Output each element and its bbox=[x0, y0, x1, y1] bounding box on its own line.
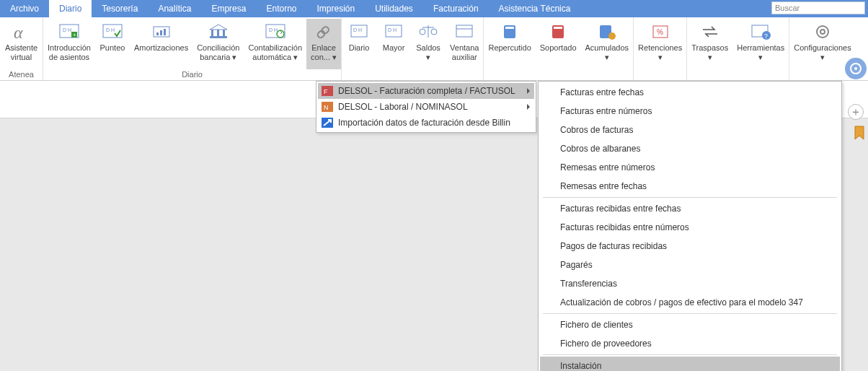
submenu-item-label: Facturas recibidas entre fechas bbox=[560, 204, 681, 214]
submenu-item[interactable]: Facturas entre fechas bbox=[540, 83, 840, 102]
window-icon bbox=[453, 21, 476, 43]
submenu-item[interactable]: Remesas entre números bbox=[540, 158, 840, 177]
book-gear-icon bbox=[595, 21, 619, 43]
submenu-item-label: Actualización de cobros / pagos de efect… bbox=[560, 297, 803, 307]
tab-impresion[interactable]: Impresión bbox=[306, 0, 365, 17]
submenu-item[interactable]: Facturas entre números bbox=[540, 102, 840, 121]
svg-text:?: ? bbox=[764, 32, 768, 40]
journal-help-icon: ? bbox=[749, 21, 772, 43]
submenu-item-label: Cobros de facturas bbox=[560, 125, 633, 135]
submenu-item[interactable]: Cobros de facturas bbox=[540, 121, 840, 139]
enlace-con-button[interactable]: Enlace con... ▾ bbox=[306, 19, 341, 69]
journal-add-icon: D H+ bbox=[58, 21, 81, 43]
tab-bar: Archivo Diario Tesorería Analítica Empre… bbox=[0, 0, 868, 17]
submenu-item-label: Pagarés bbox=[560, 260, 593, 270]
svg-rect-9 bbox=[160, 30, 162, 35]
ventana-auxiliar-button[interactable]: Ventana auxiliar bbox=[446, 19, 483, 69]
retentions-icon: % bbox=[649, 21, 672, 43]
tab-archivo[interactable]: Archivo bbox=[0, 0, 49, 17]
svg-point-27 bbox=[420, 29, 425, 35]
repercutido-label: Repercutido bbox=[488, 43, 531, 53]
amortizaciones-button[interactable]: Amortizaciones bbox=[130, 19, 192, 69]
herramientas-button[interactable]: ? Herramientas ▾ bbox=[732, 19, 789, 69]
submenu-item[interactable]: Facturas recibidas entre números bbox=[540, 218, 840, 237]
menu-factusol[interactable]: F DELSOL - Facturación completa / FACTUS… bbox=[318, 83, 534, 99]
assistant-bubble-icon[interactable] bbox=[845, 58, 867, 79]
svg-text:D  H: D H bbox=[353, 27, 362, 32]
chevron-right-icon bbox=[527, 104, 530, 110]
svg-text:D  H: D H bbox=[63, 27, 71, 32]
submenu-item[interactable]: Fichero de clientes bbox=[540, 315, 840, 334]
svg-rect-29 bbox=[456, 25, 472, 37]
submenu-item-label: Remesas entre fechas bbox=[560, 181, 647, 191]
traspasos-button[interactable]: Traspasos ▾ bbox=[687, 19, 732, 69]
svg-point-36 bbox=[608, 32, 616, 40]
submenu-item[interactable]: Pagarés bbox=[540, 256, 840, 274]
submenu-item[interactable]: Remesas entre fechas bbox=[540, 177, 840, 196]
menu-nominasol[interactable]: N DELSOL - Laboral / NOMINASOL bbox=[318, 99, 534, 115]
introduccion-asientos-button[interactable]: D H+ Introducción de asientos bbox=[43, 19, 95, 69]
tab-asistencia[interactable]: Asistencia Técnica bbox=[489, 0, 581, 17]
factusol-submenu: Facturas entre fechasFacturas entre núme… bbox=[538, 81, 842, 371]
svg-point-43 bbox=[820, 30, 825, 34]
contabilizacion-label: Contabilización automática ▾ bbox=[248, 43, 302, 62]
submenu-item-label: Instalación bbox=[560, 361, 601, 371]
menu-separator bbox=[543, 313, 837, 314]
search-input[interactable]: Buscar bbox=[771, 1, 865, 14]
bookmark-icon[interactable] bbox=[854, 126, 865, 142]
repercutido-button[interactable]: Repercutido bbox=[484, 19, 535, 69]
punteo-label: Punteo bbox=[100, 43, 125, 53]
svg-point-28 bbox=[431, 29, 437, 35]
chevron-right-icon bbox=[527, 88, 530, 94]
svg-rect-20 bbox=[321, 26, 330, 35]
soportado-label: Soportado bbox=[540, 43, 577, 53]
introduccion-label: Introducción de asientos bbox=[48, 43, 91, 62]
factusol-icon: F bbox=[321, 85, 334, 97]
mayor-button[interactable]: D H Mayor bbox=[376, 19, 411, 69]
traspasos-label: Traspasos ▾ bbox=[691, 43, 728, 62]
svg-rect-14 bbox=[223, 30, 225, 36]
tab-entorno[interactable]: Entorno bbox=[256, 0, 306, 17]
soportado-button[interactable]: Soportado bbox=[536, 19, 581, 69]
asistente-virtual-button[interactable]: α Asistente virtual bbox=[1, 19, 42, 69]
submenu-item[interactable]: Actualización de cobros / pagos de efect… bbox=[540, 293, 840, 312]
configuraciones-button[interactable]: Configuraciones ▾ bbox=[789, 19, 856, 69]
tab-utilidades[interactable]: Utilidades bbox=[365, 0, 423, 17]
asistente-virtual-label: Asistente virtual bbox=[5, 43, 37, 62]
contabilizacion-automatica-button[interactable]: D H Contabilización automática ▾ bbox=[244, 19, 306, 69]
diario-button[interactable]: D H Diario bbox=[342, 19, 376, 69]
ventana-label: Ventana auxiliar bbox=[450, 43, 479, 62]
group-consultas-label bbox=[342, 69, 483, 80]
submenu-item[interactable]: Pagos de facturas recibidas bbox=[540, 237, 840, 256]
submenu-item[interactable]: Transferencias bbox=[540, 274, 840, 293]
group-diario-label: Diario bbox=[43, 69, 341, 80]
saldos-button[interactable]: Saldos ▾ bbox=[411, 19, 446, 69]
submenu-item[interactable]: Cobros de albaranes bbox=[540, 139, 840, 158]
menu-separator bbox=[543, 354, 837, 355]
amortizaciones-label: Amortizaciones bbox=[134, 43, 188, 53]
svg-text:+: + bbox=[73, 32, 76, 38]
tab-tesoreria[interactable]: Tesorería bbox=[92, 0, 148, 17]
submenu-item[interactable]: Fichero de proveedores bbox=[540, 334, 840, 353]
svg-text:D  H: D H bbox=[388, 27, 397, 32]
group-atenea-label: Atenea bbox=[0, 69, 43, 80]
nominasol-icon: N bbox=[321, 101, 334, 113]
svg-rect-34 bbox=[554, 27, 562, 29]
svg-text:D  H: D H bbox=[269, 27, 278, 32]
menu-billin[interactable]: Importación datos de facturación desde B… bbox=[318, 115, 534, 131]
tab-facturacion[interactable]: Facturación bbox=[423, 0, 489, 17]
acumulados-button[interactable]: Acumulados ▾ bbox=[581, 19, 634, 69]
submenu-item[interactable]: Facturas recibidas entre fechas bbox=[540, 199, 840, 218]
tab-diario[interactable]: Diario bbox=[49, 0, 92, 17]
svg-rect-32 bbox=[505, 27, 514, 29]
submenu-item[interactable]: Instalación bbox=[540, 357, 840, 371]
retenciones-button[interactable]: % Retenciones ▾ bbox=[634, 19, 686, 69]
punteo-button[interactable]: D H Punteo bbox=[95, 19, 130, 69]
conciliacion-bancaria-button[interactable]: Conciliación bancaria ▾ bbox=[192, 19, 244, 69]
menu-separator bbox=[543, 197, 837, 198]
tab-analitica[interactable]: Analítica bbox=[148, 0, 201, 17]
svg-text:D  H: D H bbox=[106, 27, 115, 32]
submenu-item-label: Remesas entre números bbox=[560, 162, 655, 173]
tab-empresa[interactable]: Empresa bbox=[201, 0, 256, 17]
add-tab-button[interactable]: ＋ bbox=[848, 104, 864, 120]
